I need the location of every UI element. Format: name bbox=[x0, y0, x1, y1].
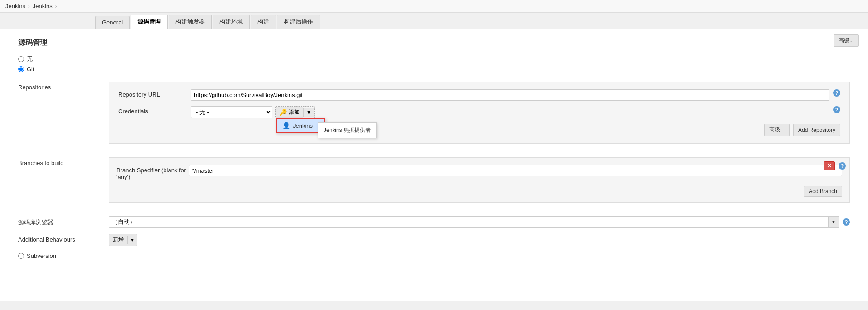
key-icon: 🔑 bbox=[279, 109, 287, 116]
browser-help-icon[interactable]: ? bbox=[843, 218, 850, 226]
browser-row: 源码库浏览器 （自动） ▼ ? bbox=[18, 216, 850, 228]
add-credentials-label: 添加 bbox=[289, 108, 300, 116]
repositories-row: Repositories Repository URL ? bbox=[18, 82, 850, 151]
tab-build-env[interactable]: 构建环境 bbox=[213, 15, 250, 29]
add-credentials-group: 🔑 添加 ▼ 👤 Jenkins bbox=[275, 106, 315, 118]
add-branch-button[interactable]: Add Branch bbox=[804, 186, 842, 197]
repo-url-row: Repository URL ? bbox=[118, 89, 840, 101]
add-credentials-arrow-btn[interactable]: ▼ bbox=[303, 108, 314, 117]
new-behaviour-arrow-btn[interactable]: ▼ bbox=[127, 236, 137, 244]
behaviours-row: Additional Behaviours 新增 ▼ bbox=[18, 234, 850, 246]
repositories-form: Repository URL ? Credentials bbox=[109, 82, 850, 144]
credentials-label: Credentials bbox=[118, 106, 191, 115]
tab-general[interactable]: General bbox=[95, 16, 130, 29]
repo-url-help-icon[interactable]: ? bbox=[833, 89, 840, 97]
behaviours-content: 新增 ▼ bbox=[109, 234, 850, 246]
radio-none-label: 无 bbox=[27, 55, 33, 63]
radio-group: 无 Git bbox=[18, 55, 850, 73]
credentials-tooltip: Jenkins 凭据提供者 bbox=[318, 122, 377, 138]
tabs-bar: General 源码管理 构建触发器 构建环境 构建 构建后操作 bbox=[0, 13, 868, 29]
top-advanced-button[interactable]: 高级... bbox=[834, 34, 859, 47]
tab-post-build[interactable]: 构建后操作 bbox=[277, 15, 320, 29]
person-icon: 👤 bbox=[282, 122, 290, 129]
breadcrumb-sep-2: › bbox=[55, 4, 57, 9]
breadcrumb-jenkins-1[interactable]: Jenkins bbox=[5, 3, 25, 10]
repositories-label: Repositories bbox=[18, 82, 109, 91]
breadcrumb-jenkins-2[interactable]: Jenkins bbox=[33, 3, 53, 10]
tab-build[interactable]: 构建 bbox=[251, 15, 276, 29]
add-credentials-main-btn[interactable]: 🔑 添加 bbox=[276, 107, 303, 118]
radio-subversion-label: Subversion bbox=[27, 252, 56, 259]
branches-row: Branches to build ✕ ? Branch Specifier (… bbox=[18, 157, 850, 210]
radio-none[interactable] bbox=[18, 56, 24, 62]
radio-subversion[interactable] bbox=[18, 253, 24, 259]
radio-git-item: Git bbox=[18, 66, 850, 73]
browser-select[interactable]: （自动） bbox=[109, 216, 839, 228]
branch-specifier-control bbox=[189, 165, 842, 176]
credentials-row: Credentials - 无 - 🔑 添加 bbox=[118, 106, 840, 118]
credentials-select[interactable]: - 无 - bbox=[191, 106, 272, 118]
radio-subversion-item: Subversion bbox=[18, 252, 850, 259]
browser-select-arrow[interactable]: ▼ bbox=[828, 216, 839, 228]
browser-label: 源码库浏览器 bbox=[18, 216, 109, 227]
radio-none-item: 无 bbox=[18, 55, 850, 63]
add-repository-button[interactable]: Add Repository bbox=[793, 124, 840, 136]
branches-form: ✕ ? Branch Specifier (blank for 'any') A… bbox=[109, 157, 850, 203]
delete-branch-button[interactable]: ✕ bbox=[824, 161, 835, 170]
browser-content: （自动） ▼ ? bbox=[109, 216, 850, 228]
repo-advanced-button[interactable]: 高级... bbox=[764, 124, 790, 136]
new-behaviour-main-btn[interactable]: 新增 bbox=[109, 234, 127, 246]
new-behaviour-group: 新增 ▼ bbox=[109, 234, 137, 246]
tab-build-triggers[interactable]: 构建触发器 bbox=[169, 15, 212, 29]
top-advanced-area: 高级... bbox=[834, 34, 859, 47]
tab-source-management[interactable]: 源码管理 bbox=[131, 15, 168, 29]
repositories-content: Repository URL ? Credentials bbox=[109, 82, 850, 151]
branch-specifier-input[interactable] bbox=[189, 165, 842, 176]
radio-git[interactable] bbox=[18, 66, 24, 72]
branch-specifier-label: Branch Specifier (blank for 'any') bbox=[116, 165, 189, 180]
branches-content: ✕ ? Branch Specifier (blank for 'any') A… bbox=[109, 157, 850, 210]
repo-url-label: Repository URL bbox=[118, 89, 191, 98]
cred-row: - 无 - 🔑 添加 ▼ bbox=[191, 106, 315, 118]
behaviours-label: Additional Behaviours bbox=[18, 234, 109, 243]
radio-git-label: Git bbox=[27, 66, 34, 73]
section-title: 源码管理 bbox=[18, 38, 850, 48]
dropdown-jenkins-label: Jenkins bbox=[293, 122, 313, 129]
browser-select-wrapper: （自动） ▼ bbox=[109, 216, 839, 228]
repo-url-control bbox=[191, 89, 829, 101]
branch-specifier-row: Branch Specifier (blank for 'any') bbox=[116, 165, 842, 180]
credentials-control: - 无 - 🔑 添加 ▼ bbox=[191, 106, 829, 118]
credentials-help-icon[interactable]: ? bbox=[833, 106, 840, 113]
main-content: 高级... 源码管理 无 Git Repositories Repository bbox=[0, 29, 868, 301]
branch-help-icon[interactable]: ? bbox=[839, 162, 846, 170]
repo-url-input[interactable] bbox=[191, 89, 829, 101]
branches-label: Branches to build bbox=[18, 157, 109, 166]
breadcrumb-sep-1: › bbox=[28, 4, 30, 9]
breadcrumb: Jenkins › Jenkins › bbox=[0, 0, 868, 13]
